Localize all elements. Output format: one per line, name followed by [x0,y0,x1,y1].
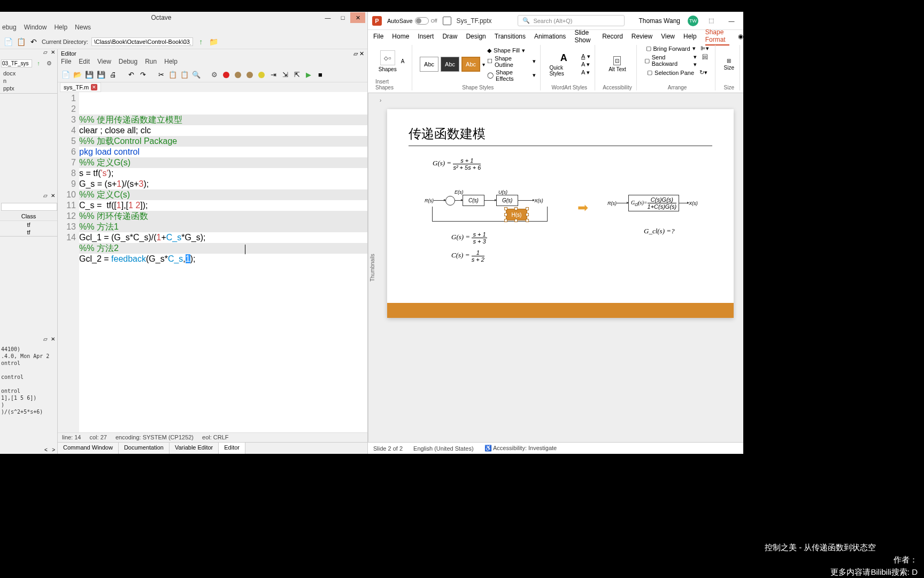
search-input[interactable]: 🔍 Search (Alt+Q) [518,15,625,26]
file-item[interactable]: pptx [3,85,54,92]
menu-file[interactable]: File [61,58,71,67]
undock-icon[interactable]: ▱ [43,193,48,201]
var-row[interactable]: tf [0,229,57,236]
alt-text-button[interactable]: ⊡ Alt Text [607,55,627,73]
undock-icon[interactable]: ▱ [43,336,48,345]
selection-pane-button[interactable]: ▢ Selection Pane ↻▾ [647,69,707,76]
new-script-icon[interactable]: 📄 [3,37,13,47]
var-row[interactable]: tf [0,221,57,229]
panel-close-icon[interactable]: ✕ [359,50,364,57]
tab-review[interactable]: Review [632,32,652,41]
save-icon[interactable] [443,17,451,25]
shapes-button[interactable]: ◇○ Shapes [378,49,398,73]
open-icon[interactable]: 📂 [73,70,82,80]
folder-icon[interactable]: 📁 [209,37,219,47]
minimize-button[interactable]: — [320,12,335,23]
redo-icon[interactable]: ↷ [138,70,148,80]
panel-close-icon[interactable]: ✕ [51,336,55,345]
tab-editor[interactable]: Editor [219,443,245,454]
undock-icon[interactable]: ▱ [43,49,48,58]
size-button[interactable]: ⊞ Size [723,57,735,72]
menu-debug[interactable]: ebug [2,24,17,34]
shape-fill-button[interactable]: ◆ Shape Fill ▾ [487,47,536,54]
tab-view[interactable]: View [661,32,675,41]
menu-help[interactable]: Help [164,58,178,67]
step-icon[interactable]: ⇥ [268,70,278,80]
breakpoint-icon[interactable] [221,70,231,80]
menu-news[interactable]: News [75,24,91,34]
record-player-icon[interactable]: ◉ [738,33,743,40]
cut-icon[interactable]: ✂ [156,70,166,80]
tab-home[interactable]: Home [392,32,409,41]
up-folder-icon[interactable]: ↑ [196,37,206,47]
tab-design[interactable]: Design [466,32,486,41]
breakpoint-step-icon[interactable] [245,70,255,80]
tab-documentation[interactable]: Documentation [119,443,170,454]
minimize-button[interactable]: — [724,16,739,26]
print-icon[interactable]: 🖨 [108,70,118,80]
dir-input[interactable] [91,37,193,46]
step-in-icon[interactable]: ⇲ [280,70,290,80]
menu-window[interactable]: Window [24,24,47,34]
step-out-icon[interactable]: ⇱ [292,70,302,80]
up-icon[interactable]: ↑ [34,59,43,67]
breakpoint-clear-icon[interactable] [257,70,266,80]
quick-styles-button[interactable]: A Quick Styles [548,51,579,78]
status-accessibility[interactable]: ♿ Accessibility: Investigate [484,445,557,452]
menu-help[interactable]: Help [54,24,67,34]
panel-close-icon[interactable]: ✕ [51,49,55,58]
undo-icon[interactable]: ↶ [29,37,38,47]
text-effects-button[interactable]: A ▾ [581,69,590,76]
clipboard-icon[interactable]: 📋 [16,37,26,47]
text-fill-button[interactable]: A ▾ [581,53,590,60]
ribbon-display-icon[interactable]: ⬚ [704,16,719,26]
tab-animations[interactable]: Animations [534,32,566,41]
tab-help[interactable]: Help [683,32,697,41]
file-item[interactable]: n [3,77,54,85]
copy-icon[interactable]: 📋 [168,70,178,80]
menu-debug[interactable]: Debug [119,58,137,67]
panel-close-icon[interactable]: ✕ [51,193,55,201]
workspace-filter[interactable] [1,203,57,211]
tab-insert[interactable]: Insert [418,32,434,41]
file-item[interactable]: docx [3,70,54,77]
undock-icon[interactable]: ▱ [353,50,358,57]
editor-tab[interactable]: sys_TF.m ✕ [60,82,101,92]
shape-style-2[interactable]: Abc [441,57,459,72]
paste-icon[interactable]: 📋 [180,70,189,80]
breakpoint-add-icon[interactable] [233,70,243,80]
bring-forward-button[interactable]: ▢ Bring Forward ▾ ⊫▾ [646,45,709,52]
tab-command-window[interactable]: Command Window [58,443,119,454]
slide-canvas[interactable]: 传递函数建模 G(s) = s + 1s² + 5s + 6 R(s) E(s)… [387,109,734,318]
text-outline-button[interactable]: A ▾ [581,61,590,68]
command-history[interactable]: 44100) .4.0, Mon Apr 2 ontrol control on… [0,345,57,446]
gear-icon[interactable]: ⚙ [45,59,53,67]
autosave-toggle[interactable] [415,17,429,25]
run-icon[interactable]: ▶ [304,70,313,80]
tab-variable-editor[interactable]: Variable Editor [170,443,219,454]
tab-record[interactable]: Record [602,32,623,41]
code-editor[interactable]: %% 使用传递函数建立模型clear ; close all; clc%% 加载… [79,92,367,432]
stop-icon[interactable]: ■ [315,70,325,80]
find-icon[interactable]: 🔍 [191,70,201,80]
shape-outline-button[interactable]: ☐ Shape Outline ▾ [487,55,536,68]
menu-view[interactable]: View [97,58,111,67]
run-gear-icon[interactable]: ⚙ [210,70,219,80]
save-all-icon[interactable]: 💾 [96,70,106,80]
tab-transitions[interactable]: Transitions [495,32,526,41]
undo-icon[interactable]: ↶ [126,70,136,80]
menu-run[interactable]: Run [145,58,157,67]
text-box-button[interactable]: A [400,57,406,65]
send-backward-button[interactable]: ▢ Send Backward ▾ 回▾ [644,53,711,68]
hs-shape-selected[interactable]: H(s) [506,209,527,220]
folder-dropdown[interactable] [1,59,32,67]
maximize-button[interactable]: □ [335,12,350,23]
shape-effects-button[interactable]: ◯ Shape Effects ▾ [487,69,536,82]
user-avatar[interactable]: TW [688,16,698,26]
collapse-icon[interactable]: › [380,97,381,103]
close-button[interactable]: ✕ [350,12,365,23]
shape-style-3[interactable]: Abc [461,57,480,72]
status-lang[interactable]: English (United States) [413,445,474,452]
menu-edit[interactable]: Edit [79,58,90,67]
save-icon[interactable]: 💾 [84,70,94,80]
